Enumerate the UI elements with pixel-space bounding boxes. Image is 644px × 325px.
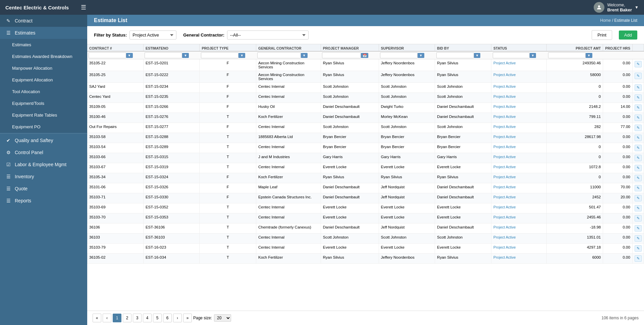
sidebar-item-equipment-po[interactable]: Equipment PO	[0, 121, 87, 133]
edit-button[interactable]: ✎	[635, 245, 642, 252]
edit-button[interactable]: ✎	[635, 235, 642, 242]
filter-btn-type[interactable]: ▼	[238, 53, 245, 58]
cell-action: ✎	[632, 193, 644, 203]
sidebar-item-equipment-rate[interactable]: Equipment Rate Tables	[0, 109, 87, 121]
table-body: 35105-22 EST-15-0201 F Aecon Mining Cons…	[87, 59, 644, 264]
page-btn-6[interactable]: 6	[163, 314, 172, 322]
cell-bid: Daniel Deschambault	[435, 113, 491, 123]
edit-button[interactable]: ✎	[635, 175, 642, 181]
filter-btn-contract[interactable]: ▼	[126, 53, 133, 58]
cell-pm: Bryan Bercier	[321, 143, 379, 153]
hamburger-menu[interactable]: ☰	[81, 4, 86, 11]
cell-gc: Centec Internal	[256, 123, 321, 133]
filter-input-contract[interactable]	[89, 52, 126, 58]
status-badge: Project Active	[493, 205, 516, 209]
filter-input-estimate[interactable]	[145, 52, 182, 58]
col-bid-by: BID BY	[435, 44, 491, 51]
cell-type: F	[200, 193, 256, 203]
cell-status: Project Active	[491, 59, 547, 71]
cell-gc: Centec Internal	[256, 234, 321, 244]
filter-btn-amt[interactable]: ▼	[586, 53, 592, 58]
page-first-button[interactable]: «	[93, 314, 101, 322]
page-btn-5[interactable]: 5	[153, 314, 162, 322]
add-button[interactable]: Add	[619, 30, 637, 40]
edit-button[interactable]: ✎	[635, 225, 642, 232]
edit-button[interactable]: ✎	[635, 165, 642, 171]
edit-button[interactable]: ✎	[635, 155, 642, 161]
filter-input-bid[interactable]	[436, 52, 474, 58]
status-filter-select[interactable]: Project Active All Pending Closed	[129, 30, 176, 40]
edit-button[interactable]: ✎	[635, 73, 642, 79]
sidebar-item-inventory[interactable]: ☰ Inventory	[0, 171, 87, 183]
edit-button[interactable]: ✎	[635, 115, 642, 121]
print-button[interactable]: Print	[592, 30, 612, 40]
filter-btn-status[interactable]: ▼	[530, 53, 536, 58]
sidebar-item-quote[interactable]: ☰ Quote	[0, 183, 87, 195]
filter-input-pm[interactable]	[322, 52, 361, 58]
status-badge: Project Active	[493, 245, 516, 249]
filter-btn-gc[interactable]: ▼	[301, 53, 308, 58]
gc-filter-select[interactable]: --All-- Aecon Mining Construction Servic…	[227, 30, 309, 40]
filter-btn-supervisor[interactable]: ▼	[418, 53, 424, 58]
edit-button[interactable]: ✎	[635, 255, 642, 262]
cell-amt: 249350.46	[547, 59, 603, 71]
page-last-button[interactable]: »	[183, 314, 192, 322]
filter-input-type[interactable]	[201, 52, 238, 58]
page-btn-4[interactable]: 4	[143, 314, 152, 322]
table-row: 35103-66 EST-15-0315 T J and M Industrie…	[87, 153, 644, 163]
cell-supervisor: Ryan Silvius	[379, 173, 435, 183]
page-next-button[interactable]: ›	[173, 314, 182, 322]
edit-button[interactable]: ✎	[635, 195, 642, 201]
cell-status: Project Active	[491, 83, 547, 93]
filter-input-gc[interactable]	[257, 52, 301, 58]
filter-input-amt[interactable]	[548, 52, 586, 58]
edit-button[interactable]: ✎	[635, 145, 642, 151]
pagination-bar: « ‹ 1 2 3 4 5 6 › » Page size: 20 10 50 …	[87, 311, 644, 325]
filter-btn-pm[interactable]: 📅	[361, 53, 368, 58]
cell-bid: Bryan Bercier	[435, 143, 491, 153]
quality-icon: ✔	[5, 138, 11, 143]
cell-type: T	[200, 223, 256, 234]
dropdown-arrow-icon[interactable]: ▼	[635, 5, 639, 10]
page-btn-1[interactable]: 1	[113, 314, 121, 322]
avatar	[594, 2, 604, 13]
sidebar-item-contract[interactable]: ✎ Contract	[0, 15, 87, 27]
sidebar-item-control-panel[interactable]: ⚙ Control Panel	[0, 146, 87, 158]
page-btn-2[interactable]: 2	[123, 314, 131, 322]
filter-btn-bid[interactable]: ▼	[474, 53, 481, 58]
sidebar-item-quality[interactable]: ✔ Quality and Saftey	[0, 134, 87, 146]
contract-icon: ✎	[5, 18, 11, 23]
filter-btn-estimate[interactable]: ▼	[182, 53, 189, 58]
cell-action: ✎	[632, 173, 644, 183]
page-btn-3[interactable]: 3	[133, 314, 142, 322]
sidebar-item-estimates[interactable]: ☰ Estimates	[0, 27, 87, 39]
sidebar-item-equipment-tools[interactable]: Equipment/Tools	[0, 97, 87, 109]
edit-button[interactable]: ✎	[635, 185, 642, 191]
cell-hrs: 0.00	[603, 71, 633, 83]
page-prev-button[interactable]: ‹	[103, 314, 111, 322]
breadcrumb-home[interactable]: Home	[600, 18, 611, 23]
edit-button[interactable]: ✎	[635, 125, 642, 131]
filter-input-status[interactable]	[493, 52, 530, 58]
edit-button[interactable]: ✎	[635, 135, 642, 141]
edit-button[interactable]: ✎	[635, 205, 642, 211]
sidebar-item-tool-allocation[interactable]: Tool Allocation	[0, 86, 87, 97]
sidebar-item-manpower[interactable]: Manpower Allocation	[0, 62, 87, 74]
edit-button[interactable]: ✎	[635, 105, 642, 111]
sidebar-item-estimates-awarded[interactable]: Estimates Awarded Breakdown	[0, 51, 87, 62]
sidebar-item-equipment-allocation[interactable]: Equipment Allocation	[0, 74, 87, 86]
sidebar-item-labor[interactable]: ☑ Labor & Employee Mgmt	[0, 158, 87, 171]
filter-input-supervisor[interactable]	[380, 52, 418, 58]
sidebar-item-estimates-sub[interactable]: Estimates	[0, 39, 87, 51]
edit-button[interactable]: ✎	[635, 84, 642, 91]
edit-button[interactable]: ✎	[635, 215, 642, 221]
edit-button[interactable]: ✎	[635, 94, 642, 101]
sidebar-item-reports[interactable]: ☰ Reports	[0, 195, 87, 207]
cell-pm: Daniel Deschambault	[321, 103, 379, 113]
cell-hrs: 0.00	[603, 143, 633, 153]
table-row: Out For Repairs EST-15-0277 F Centec Int…	[87, 123, 644, 133]
cell-status: Project Active	[491, 193, 547, 203]
table-row: 35109-05 EST-15-0266 F Husky Oil Daniel …	[87, 103, 644, 113]
page-size-select[interactable]: 20 10 50 100	[214, 314, 231, 322]
edit-button[interactable]: ✎	[635, 61, 642, 67]
